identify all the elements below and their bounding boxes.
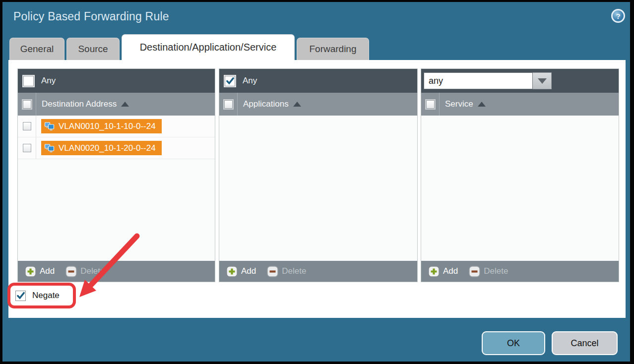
tab-general[interactable]: General xyxy=(9,38,64,60)
delete-application-button[interactable]: Delete xyxy=(267,266,306,277)
checkmark-icon xyxy=(226,76,235,85)
cancel-button[interactable]: Cancel xyxy=(552,331,618,355)
applications-any-checkbox[interactable] xyxy=(225,76,235,86)
destination-address-column: Any Destination Address xyxy=(17,68,215,282)
negate-label: Negate xyxy=(32,291,60,301)
plus-icon xyxy=(25,266,36,277)
destination-address-column-header[interactable]: Destination Address xyxy=(42,99,129,109)
destination-footer: Add Delete xyxy=(18,261,215,282)
plus-icon xyxy=(428,266,440,277)
minus-icon xyxy=(267,266,278,277)
applications-list xyxy=(219,116,417,261)
add-destination-button[interactable]: Add xyxy=(25,266,55,277)
service-column: any Service xyxy=(421,68,619,282)
address-object-vlan0010[interactable]: VLAN0010_10-1-10-0--24 xyxy=(41,119,162,133)
sort-ascending-icon xyxy=(121,102,129,107)
ok-button[interactable]: OK xyxy=(482,331,545,355)
dialog-title: Policy Based Forwarding Rule xyxy=(13,10,169,23)
dropdown-button[interactable] xyxy=(533,72,552,89)
destination-address-subheader: Destination Address xyxy=(18,93,215,116)
minus-icon xyxy=(65,266,77,277)
add-service-button[interactable]: Add xyxy=(428,266,458,277)
applications-subheader: Applications xyxy=(219,93,417,116)
row-checkbox[interactable] xyxy=(23,144,31,152)
delete-service-button[interactable]: Delete xyxy=(469,266,508,277)
service-footer: Add Delete xyxy=(421,261,619,282)
service-header: any xyxy=(421,69,619,93)
applications-column-header[interactable]: Applications xyxy=(243,99,301,109)
sort-ascending-icon xyxy=(293,102,301,107)
destination-select-all-checkbox[interactable] xyxy=(23,100,31,109)
applications-select-all-checkbox[interactable] xyxy=(224,100,233,109)
pbf-rule-dialog: Policy Based Forwarding Rule ? General S… xyxy=(2,2,630,362)
table-row[interactable]: VLAN0020_10-1-20-0--24 xyxy=(18,137,215,159)
plus-icon xyxy=(226,266,238,277)
delete-destination-button[interactable]: Delete xyxy=(65,266,105,277)
negate-checkbox[interactable] xyxy=(15,291,26,301)
add-application-button[interactable]: Add xyxy=(226,266,256,277)
tab-source[interactable]: Source xyxy=(66,38,120,60)
destination-any-label: Any xyxy=(41,76,56,86)
table-row[interactable]: VLAN0010_10-1-10-0--24 xyxy=(18,116,215,137)
service-mode-dropdown[interactable]: any xyxy=(424,72,552,89)
applications-any-header: Any xyxy=(219,69,417,93)
tab-destination-application-service[interactable]: Destination/Application/Service xyxy=(122,34,295,60)
applications-column: Any Applications Add xyxy=(219,68,418,282)
service-column-header[interactable]: Service xyxy=(445,99,486,109)
address-object-vlan0020[interactable]: VLAN0020_10-1-20-0--24 xyxy=(41,141,162,155)
tab-bar: General Source Destination/Application/S… xyxy=(9,34,369,60)
screenshot-root: Policy Based Forwarding Rule ? General S… xyxy=(0,0,634,364)
applications-footer: Add Delete xyxy=(219,261,417,282)
help-glyph: ? xyxy=(616,12,620,20)
chevron-down-icon xyxy=(538,78,547,84)
sort-ascending-icon xyxy=(478,102,486,107)
network-address-icon xyxy=(44,143,55,153)
destination-any-header: Any xyxy=(18,69,215,93)
service-list xyxy=(421,116,619,261)
minus-icon xyxy=(469,266,480,277)
service-subheader: Service xyxy=(421,93,619,116)
row-checkbox[interactable] xyxy=(23,122,31,130)
destination-address-list: VLAN0010_10-1-10-0--24 VLAN0020_10-1-20-… xyxy=(18,116,215,261)
tab-forwarding[interactable]: Forwarding xyxy=(297,38,369,60)
destination-any-checkbox[interactable] xyxy=(23,76,34,86)
service-mode-value: any xyxy=(424,72,533,89)
negate-highlight-annotation: Negate xyxy=(7,283,76,308)
service-select-all-checkbox[interactable] xyxy=(426,100,435,109)
network-address-icon xyxy=(44,121,55,131)
checkmark-icon xyxy=(16,291,25,300)
help-icon[interactable]: ? xyxy=(611,9,625,23)
applications-any-label: Any xyxy=(243,76,257,86)
